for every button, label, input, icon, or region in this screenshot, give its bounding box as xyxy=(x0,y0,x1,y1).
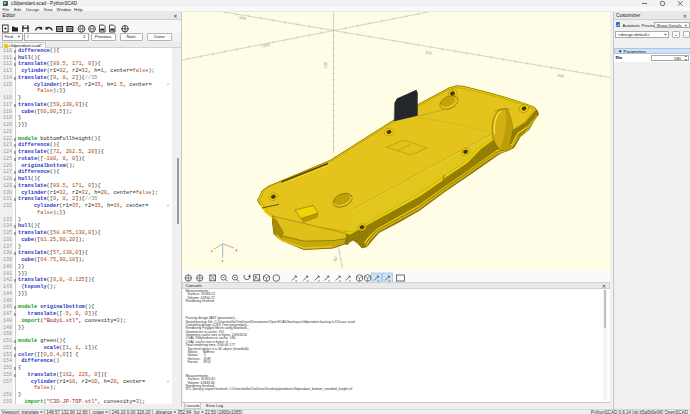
svg-text:STL: STL xyxy=(100,28,105,31)
svg-text:x: x xyxy=(211,249,213,253)
svg-text:100: 100 xyxy=(323,61,328,68)
svg-text:-100: -100 xyxy=(238,14,247,20)
svg-text:3D: 3D xyxy=(110,28,113,31)
svg-text:y: y xyxy=(236,247,238,251)
svg-text:-50: -50 xyxy=(332,255,338,262)
svg-text:z: z xyxy=(222,258,224,262)
svg-text:100: 100 xyxy=(425,49,433,55)
svg-text:200: 200 xyxy=(557,72,565,78)
